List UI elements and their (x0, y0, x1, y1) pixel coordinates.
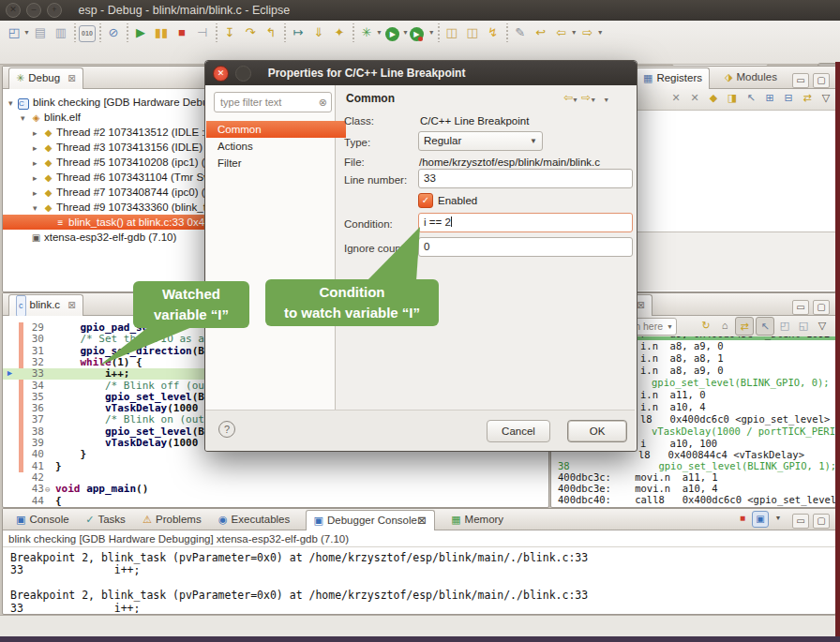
terminate-icon[interactable]: ■ (172, 23, 191, 42)
minimize-button[interactable]: ▭ (792, 300, 809, 315)
new-wizard-icon[interactable]: ◰ (5, 23, 23, 42)
view-menu-icon[interactable]: ▼ (603, 91, 609, 110)
tree-expander[interactable]: ▸ (33, 186, 42, 201)
line-number[interactable]: 43 (25, 484, 44, 495)
line-number[interactable]: 37 (25, 414, 44, 426)
minimize-button[interactable]: ▭ (792, 514, 809, 529)
tree-expander[interactable]: ▸ (33, 171, 42, 186)
resume-icon[interactable]: ▶ (131, 23, 150, 42)
expand-all-icon[interactable]: ⊞ (761, 89, 778, 106)
type-dropdown[interactable]: Regular▼ (418, 131, 543, 151)
collapse-all-icon[interactable]: ⊟ (780, 89, 797, 106)
window-controls[interactable]: ✕–+ (0, 4, 62, 17)
save-icon[interactable]: ▤ (31, 23, 50, 42)
track-expression-icon[interactable]: ↖ (756, 317, 774, 336)
remove-register-icon[interactable]: ✕ (668, 89, 684, 106)
line-number[interactable]: 33 (25, 368, 44, 380)
back-icon[interactable]: ⇦ (552, 23, 571, 42)
tree-expander[interactable]: ▾ (21, 111, 30, 126)
tree-expander[interactable]: ▸ (33, 126, 42, 141)
tab-debugger-console[interactable]: ▣Debugger Console⊠ (306, 510, 435, 530)
close-icon[interactable]: ⊠ (68, 300, 75, 310)
enabled-checkbox[interactable]: ✓ (418, 193, 433, 208)
add-register-group-icon[interactable]: ◆ (705, 89, 722, 106)
disassembly-minmax[interactable]: ▭▢ (788, 297, 830, 315)
run-icon[interactable]: ▶ (383, 23, 402, 42)
sync-with-stack-icon[interactable]: ⇄ (735, 317, 754, 336)
maximize-button[interactable]: ▢ (813, 514, 830, 529)
tab-console[interactable]: ▣Console (8, 510, 77, 530)
forward-icon[interactable]: ⇨ (578, 23, 597, 42)
home-icon[interactable]: ⌂ (716, 317, 733, 334)
chevron-down-icon[interactable]: ▼ (376, 23, 382, 42)
terminate-console-icon[interactable]: ■ (735, 511, 750, 526)
dialog-nav-common[interactable]: Common (206, 121, 346, 138)
line-number-input[interactable]: 33 (418, 169, 633, 188)
edit-register-group-icon[interactable]: ◨ (724, 89, 741, 106)
new-view-icon[interactable]: ◰ (776, 317, 793, 334)
chevron-down-icon[interactable]: ▼ (530, 132, 537, 150)
use-step-filters-icon[interactable]: ✦ (330, 23, 349, 42)
tab-tasks[interactable]: ✓Tasks (78, 510, 133, 530)
pin-view-icon[interactable]: ◱ (795, 317, 812, 334)
open-flash-folder-icon[interactable]: ◫ (442, 23, 461, 42)
line-number[interactable]: 30 (25, 334, 44, 345)
step-return-icon[interactable]: ↰ (262, 23, 280, 42)
chevron-down-icon[interactable]: ▼ (590, 91, 596, 110)
close-icon[interactable]: ⊠ (68, 73, 75, 83)
tab-registers[interactable]: ▦Registers (636, 67, 710, 89)
tab-blink-c[interactable]: cblink.c ⊠ (8, 294, 83, 316)
view-menu-icon[interactable]: ▽ (818, 89, 834, 106)
maximize-button[interactable]: ▢ (813, 300, 830, 315)
instruction-stepping-icon[interactable]: ↦ (289, 23, 308, 42)
binary-file-icon[interactable]: 010 (79, 25, 96, 42)
ok-button[interactable]: OK (567, 420, 627, 442)
tab-memory[interactable]: ▦Memory (443, 510, 511, 530)
clear-filter-icon[interactable]: ⊗ (319, 93, 327, 112)
ignore-count-input[interactable]: 0 (418, 237, 633, 257)
line-number[interactable]: 40 (25, 449, 44, 460)
annotate-icon[interactable]: ✎ (511, 23, 530, 42)
remove-all-registers-icon[interactable]: ✕ (686, 89, 703, 106)
disconnect-icon[interactable]: ⊣ (193, 23, 212, 42)
open-folder-icon[interactable]: ◫ (463, 23, 482, 42)
line-number[interactable]: 44 (25, 496, 44, 507)
save-all-icon[interactable]: ▥ (52, 23, 70, 42)
dialog-nav-filter[interactable]: Filter (206, 155, 346, 172)
debug-icon[interactable]: ✳ (357, 23, 376, 42)
chevron-down-icon[interactable]: ▼ (572, 91, 578, 110)
filter-input[interactable]: type filter text ⊗ (214, 92, 332, 112)
dialog-close-button[interactable]: ✕ (213, 66, 229, 82)
tab-problems[interactable]: ⚠Problems (135, 510, 208, 530)
chevron-down-icon[interactable]: ▼ (667, 319, 673, 335)
tree-expander[interactable]: ▸ (33, 156, 42, 171)
refresh-icon[interactable]: ↻ (698, 317, 714, 334)
pointer-mode-icon[interactable]: ↖ (742, 89, 759, 106)
drop-to-frame-icon[interactable]: ⇓ (309, 23, 328, 42)
chevron-down-icon[interactable]: ▼ (597, 23, 604, 42)
cancel-button[interactable]: Cancel (487, 420, 550, 442)
last-edit-location-icon[interactable]: ↩ (532, 23, 550, 42)
tree-expander[interactable]: ▾ (8, 96, 18, 111)
dialog-restore-button[interactable] (235, 66, 251, 82)
condition-input[interactable]: i == 2 (418, 213, 633, 232)
line-number[interactable]: 34 (25, 381, 44, 392)
chevron-down-icon[interactable]: ▼ (402, 23, 409, 42)
minimize-button[interactable]: – (26, 3, 41, 18)
help-icon[interactable]: ? (218, 421, 235, 438)
skip-all-breakpoints-icon[interactable]: ⊘ (104, 23, 123, 42)
chevron-down-icon[interactable]: ▼ (571, 23, 578, 42)
close-icon[interactable]: ⊠ (637, 300, 644, 310)
console-minmax[interactable]: ▭▢ (788, 511, 830, 529)
dialog-nav-actions[interactable]: Actions (206, 138, 346, 155)
chevron-down-icon[interactable]: ▼ (23, 23, 30, 42)
step-over-icon[interactable]: ↷ (241, 23, 260, 42)
view-menu-icon[interactable]: ▽ (814, 317, 831, 334)
external-tools-icon[interactable]: ▶ (410, 23, 428, 42)
flash-icon[interactable]: ↯ (484, 23, 502, 42)
tab-modules[interactable]: ⬗Modules (718, 67, 784, 88)
minimize-button[interactable]: ▭ (792, 73, 809, 88)
fold-marker-icon[interactable]: ⊖ (45, 484, 50, 495)
tree-expander[interactable]: ▾ (33, 201, 42, 216)
link-view-icon[interactable]: ⇄ (799, 89, 816, 106)
